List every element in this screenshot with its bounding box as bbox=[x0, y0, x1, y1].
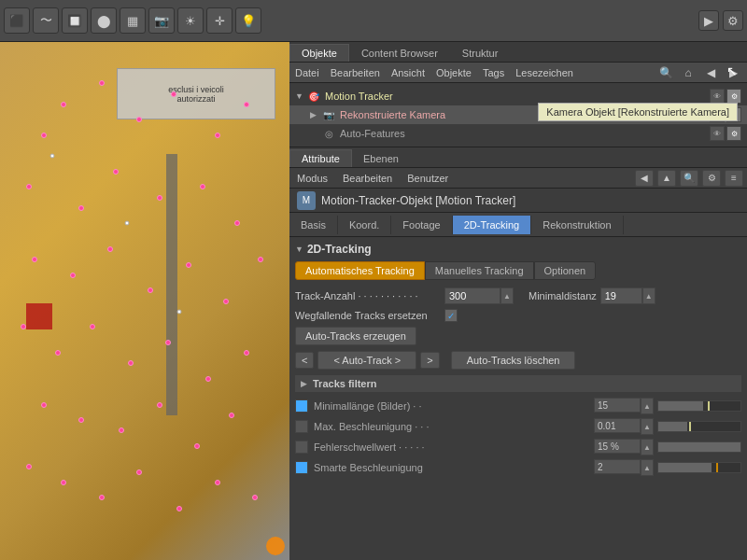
minimaldistanz-input[interactable] bbox=[600, 287, 642, 304]
tab-attribute[interactable]: Attribute bbox=[289, 149, 352, 167]
minimaldistanz-group: Minimaldistanz ▲ bbox=[529, 287, 655, 304]
tab-struktur[interactable]: Struktur bbox=[450, 44, 511, 62]
tree-action-lock[interactable]: ⚙ bbox=[726, 89, 741, 104]
tree-action-gear-auto[interactable]: ⚙ bbox=[726, 126, 741, 141]
attr-menu-modus[interactable]: Modus bbox=[293, 171, 331, 186]
inner-tab-manuell[interactable]: Manuelles Tracking bbox=[425, 261, 534, 280]
attr-menu-bearbeiten[interactable]: Bearbeiten bbox=[339, 171, 396, 186]
tree-row-motion-tracker[interactable]: ▼ 🎯 Motion Tracker 👁 ⚙ bbox=[289, 87, 747, 105]
tree-expand-icon: ▼ bbox=[295, 91, 306, 101]
nav-search-icon[interactable]: 🔍 bbox=[680, 170, 698, 187]
object-icon: M bbox=[297, 191, 316, 210]
sub-tab-koord[interactable]: Koord. bbox=[338, 216, 391, 234]
nav-back-icon[interactable]: ◀ bbox=[635, 170, 654, 187]
sub-tab-footage[interactable]: Footage bbox=[391, 216, 452, 234]
object-name: Motion-Tracker-Objekt [Motion Tracker] bbox=[321, 194, 515, 207]
tool-box-icon[interactable]: 🔲 bbox=[62, 7, 88, 34]
track-dot bbox=[215, 133, 220, 138]
nav-auto-button[interactable]: < Auto-Track > bbox=[317, 351, 416, 370]
nav-settings-icon[interactable]: ⚙ bbox=[702, 170, 721, 187]
tool-lamp-icon[interactable]: 💡 bbox=[235, 7, 261, 34]
inner-tab-automatisch[interactable]: Automatisches Tracking bbox=[295, 261, 425, 280]
nav-up-icon[interactable]: ▲ bbox=[657, 170, 676, 187]
auto-tracks-erzeugen-button[interactable]: Auto-Tracks erzeugen bbox=[295, 327, 416, 345]
nav-delete-button[interactable]: Auto-Tracks löschen bbox=[451, 351, 576, 370]
track-dot bbox=[99, 80, 105, 86]
slider-fill-1 bbox=[658, 422, 687, 431]
tree-actions-auto: 👁 ⚙ bbox=[710, 126, 741, 141]
tab-objekte[interactable]: Objekte bbox=[289, 44, 349, 62]
tree-actions-kamera: 👁 ⚙ bbox=[710, 107, 741, 122]
main-layout: esclusi i veicoli autorizzati bbox=[0, 42, 747, 560]
tree-area: ▼ 🎯 Motion Tracker 👁 ⚙ ▶ 📷 Rekonstruiert… bbox=[289, 83, 747, 147]
tool-cube-icon[interactable]: ⬛ bbox=[4, 7, 30, 34]
tool-magnet-icon[interactable]: ✛ bbox=[206, 7, 233, 34]
tree-label-auto: Auto-Features bbox=[340, 128, 710, 139]
menu-objekte[interactable]: Objekte bbox=[436, 67, 472, 78]
slider-row-1: Max. Beschleunigung · · · ▲ bbox=[295, 418, 741, 435]
forward-icon[interactable]: ▶ bbox=[725, 64, 741, 81]
track-dot bbox=[26, 184, 32, 189]
sub-tab-2dtracking[interactable]: 2D-Tracking bbox=[453, 216, 532, 234]
tab-content-browser[interactable]: Content Browser bbox=[349, 44, 450, 62]
menu-bearbeiten[interactable]: Bearbeiten bbox=[331, 67, 380, 78]
slider-check-2[interactable] bbox=[295, 441, 308, 454]
track-dot bbox=[165, 340, 171, 345]
tool-light-icon[interactable]: ☀ bbox=[177, 7, 204, 34]
track-anzahl-up[interactable]: ▲ bbox=[500, 287, 514, 304]
attr-menu-benutzer[interactable]: Benutzer bbox=[403, 171, 452, 186]
sub-tab-rekonstruktion[interactable]: Rekonstruktion bbox=[531, 216, 623, 234]
slider-value-0[interactable] bbox=[594, 398, 641, 413]
track-dot bbox=[61, 480, 66, 485]
tree-row-auto-features[interactable]: ◎ Auto-Features 👁 ⚙ bbox=[289, 124, 747, 143]
settings-icon[interactable]: ⚙ bbox=[723, 10, 743, 31]
track-anzahl-row: Track-Anzahl · · · · · · · · · · · ▲ Min… bbox=[295, 287, 741, 304]
tool-curve-icon[interactable]: 〜 bbox=[33, 7, 59, 34]
tool-sphere-icon[interactable]: ⬤ bbox=[91, 7, 117, 34]
track-anzahl-input[interactable] bbox=[444, 287, 500, 304]
tool-plane-icon[interactable]: ▦ bbox=[120, 7, 146, 34]
track-dot-white bbox=[49, 154, 54, 159]
search-icon[interactable]: 🔍 bbox=[657, 64, 674, 81]
slider-spinner-1[interactable]: ▲ bbox=[641, 418, 654, 435]
tree-action-gear-kamera[interactable]: ⚙ bbox=[726, 107, 741, 122]
menu-datei[interactable]: Datei bbox=[295, 67, 319, 78]
nav-more-icon[interactable]: ≡ bbox=[725, 170, 743, 187]
tracks-filtern-header[interactable]: ▶ Tracks filtern bbox=[295, 375, 741, 392]
wegfallende-row: Wegfallende Tracks ersetzen bbox=[295, 309, 741, 322]
tree-action-eye-auto[interactable]: 👁 bbox=[710, 126, 725, 141]
slider-value-3[interactable] bbox=[594, 459, 641, 474]
back-icon[interactable]: ◀ bbox=[702, 64, 719, 81]
track-dot bbox=[252, 495, 258, 500]
tree-action-eye[interactable]: 👁 bbox=[710, 89, 725, 104]
menu-ansicht[interactable]: Ansicht bbox=[391, 67, 425, 78]
track-dot-white bbox=[125, 221, 130, 226]
minimaldistanz-up[interactable]: ▲ bbox=[642, 287, 655, 304]
slider-value-1[interactable] bbox=[594, 418, 641, 433]
tree-expand-kamera: ▶ bbox=[310, 110, 321, 119]
tab-ebenen[interactable]: Ebenen bbox=[352, 150, 410, 167]
slider-spinner-3[interactable]: ▲ bbox=[641, 459, 654, 476]
slider-check-1[interactable] bbox=[295, 420, 308, 433]
wegfallende-check[interactable] bbox=[444, 309, 458, 322]
render-icon[interactable]: ▶ bbox=[698, 10, 719, 31]
nav-next-button[interactable]: > bbox=[420, 352, 439, 369]
slider-check-0[interactable] bbox=[295, 399, 308, 413]
tool-camera-icon[interactable]: 📷 bbox=[148, 7, 175, 34]
slider-spinner-2[interactable]: ▲ bbox=[641, 439, 654, 455]
track-dot bbox=[244, 102, 249, 107]
slider-spinner-0[interactable]: ▲ bbox=[641, 398, 654, 414]
menu-tags[interactable]: Tags bbox=[483, 67, 504, 78]
nav-row: < < Auto-Track > > Auto-Tracks löschen bbox=[295, 351, 741, 370]
sub-tab-basis[interactable]: Basis bbox=[289, 216, 338, 234]
track-dot bbox=[244, 350, 249, 356]
slider-value-2[interactable] bbox=[594, 439, 641, 454]
home-icon[interactable]: ⌂ bbox=[680, 64, 697, 81]
nav-prev-button[interactable]: < bbox=[295, 352, 314, 369]
slider-check-3[interactable] bbox=[295, 461, 308, 474]
tree-action-eye-kamera[interactable]: 👁 bbox=[710, 107, 725, 122]
inner-tab-optionen[interactable]: Optionen bbox=[534, 261, 597, 280]
menu-lesezeichen[interactable]: Lesezeichen bbox=[515, 67, 573, 78]
tree-row-kamera[interactable]: ▶ 📷 Rekonstruierte Kamera 👁 ⚙ bbox=[289, 105, 747, 124]
track-dot bbox=[223, 299, 229, 304]
